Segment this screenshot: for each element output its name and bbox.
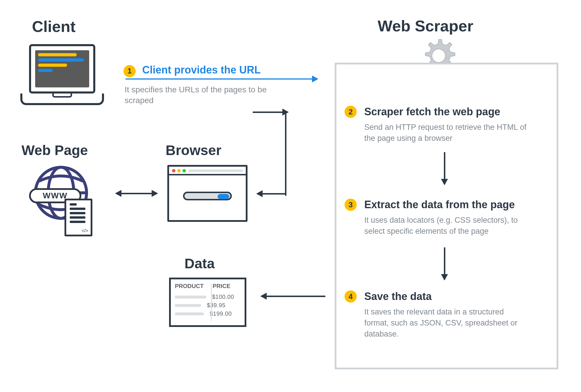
web-page-title: Web Page (21, 142, 88, 158)
browser-search-bar (183, 192, 232, 200)
step-1-desc: It specifies the URLs of the pages to be… (125, 84, 276, 106)
arrow-scraper-to-data (261, 296, 325, 297)
step-1-title: Client provides the URL (142, 64, 261, 76)
data-title: Data (184, 256, 215, 271)
step-4-title: Save the data (364, 290, 432, 303)
browser-window-icon (167, 165, 248, 222)
data-table-card: PRODUCT PRICE $100.00 $39.95 $199.00 (169, 278, 246, 327)
web-scraper-title: Web Scraper (378, 17, 473, 35)
step-3: 3 Extract the data from the page It uses… (345, 199, 548, 237)
html-document-icon: </> (64, 199, 92, 236)
laptop-icon (20, 44, 104, 113)
arrow-webpage-browser (116, 193, 157, 194)
step-2-title: Scraper fetch the web page (364, 106, 500, 118)
step-3-desc: It uses data locators (e.g. CSS selector… (364, 215, 527, 237)
arrow-step2-to-step3 (444, 152, 445, 184)
arrow-client-to-scraper (125, 78, 317, 80)
step-2: 2 Scraper fetch the web page Send an HTT… (345, 106, 548, 144)
globe-icon: WWW </> (32, 164, 90, 248)
step-badge-2: 2 (345, 106, 357, 118)
step-badge-4: 4 (345, 290, 357, 303)
arrow-browser-to-scraper (257, 112, 286, 195)
window-dot-yellow (177, 169, 181, 172)
step-3-title: Extract the data from the page (364, 199, 515, 211)
data-header-product: PRODUCT (175, 283, 207, 289)
step-4: 4 Save the data It saves the relevant da… (345, 290, 548, 339)
step-badge-3: 3 (345, 199, 357, 211)
browser-title: Browser (166, 142, 221, 158)
code-tag-label: </> (82, 228, 88, 233)
data-price-3: $199.00 (210, 310, 232, 317)
data-price-2: $39.95 (207, 302, 225, 309)
window-dot-green (182, 169, 186, 172)
arrow-step3-to-step4 (444, 247, 445, 279)
data-header-price: PRICE (213, 283, 230, 289)
data-price-1: $100.00 (212, 294, 234, 300)
svg-point-0 (432, 49, 445, 62)
step-4-desc: It saves the relevant data in a structur… (364, 307, 527, 339)
client-title: Client (32, 17, 76, 35)
window-dot-red (172, 169, 175, 172)
step-badge-1: 1 (123, 65, 136, 77)
step-2-desc: Send an HTTP request to retrieve the HTM… (364, 122, 527, 144)
step-1: 1 Client provides the URL It specifies t… (123, 64, 309, 106)
